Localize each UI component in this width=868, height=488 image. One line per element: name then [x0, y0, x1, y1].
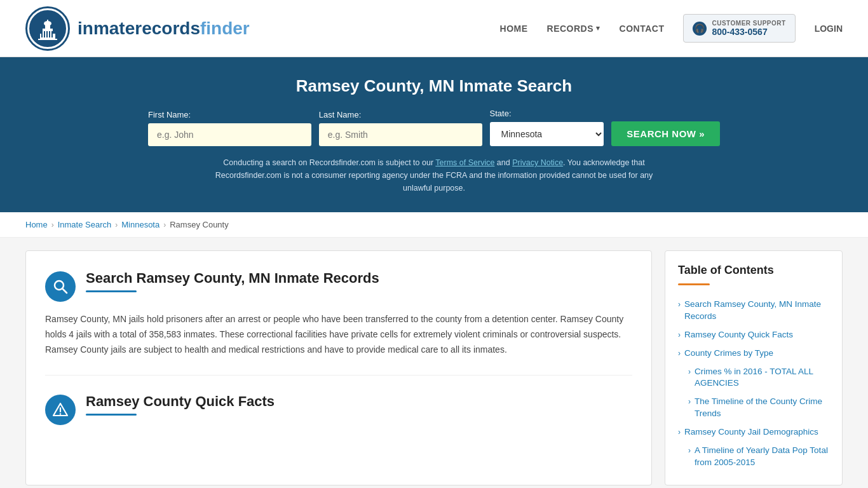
- first-name-label: First Name:: [148, 110, 311, 119]
- section-title-underline: [86, 290, 137, 292]
- breadcrumb: Home › Inmate Search › Minnesota › Ramse…: [0, 212, 868, 238]
- toc-underline: [678, 283, 710, 285]
- last-name-group: Last Name:: [319, 110, 482, 146]
- hero-section: Ramsey County, MN Inmate Search First Na…: [0, 57, 868, 212]
- section-divider: [45, 375, 632, 376]
- site-header: inmaterecordsfinder HOME RECORDS ▾ CONTA…: [0, 0, 868, 57]
- logo-icon: [25, 6, 70, 51]
- svg-rect-10: [38, 39, 57, 40]
- breadcrumb-sep-2: ›: [115, 220, 118, 229]
- last-name-input[interactable]: [319, 123, 482, 146]
- svg-rect-6: [44, 31, 45, 37]
- toc-item-1[interactable]: › Ramsey County Quick Facts: [678, 326, 829, 344]
- toc-item-6[interactable]: › A Timeline of Yearly Data Pop Total fr…: [678, 442, 829, 472]
- svg-point-16: [60, 414, 61, 415]
- breadcrumb-sep-1: ›: [51, 220, 54, 229]
- chevron-icon-4: ›: [688, 397, 691, 406]
- toc-item-0[interactable]: › Search Ramsey County, MN Inmate Record…: [678, 295, 829, 326]
- toc-link-2[interactable]: County Crimes by Type: [684, 348, 773, 360]
- nav-contact[interactable]: CONTACT: [620, 24, 665, 34]
- chevron-icon-2: ›: [678, 349, 681, 358]
- section-search-body: Ramsey County, MN jails hold prisoners a…: [45, 312, 632, 357]
- login-button[interactable]: LOGIN: [815, 24, 843, 34]
- first-name-input[interactable]: [148, 123, 311, 146]
- toc-link-6[interactable]: A Timeline of Yearly Data Pop Total from…: [695, 445, 829, 469]
- svg-line-13: [63, 289, 67, 294]
- nav-home[interactable]: HOME: [500, 24, 528, 34]
- toc-item-3[interactable]: › Crimes % in 2016 - TOTAL ALL AGENCIES: [678, 363, 829, 393]
- search-form: First Name: Last Name: State: Minnesota …: [148, 109, 720, 146]
- toc-link-5[interactable]: Ramsey County Jail Demographics: [684, 426, 818, 438]
- svg-rect-5: [41, 31, 43, 37]
- section-search-title: Search Ramsey County, MN Inmate Records: [86, 270, 379, 287]
- headset-icon: 🎧: [693, 22, 707, 36]
- section-quickfacts-title-area: Ramsey County Quick Facts: [86, 393, 275, 416]
- breadcrumb-minnesota[interactable]: Minnesota: [121, 220, 159, 229]
- support-text: CUSTOMER SUPPORT 800-433-0567: [712, 20, 785, 37]
- table-of-contents: Table of Contents › Search Ramsey County…: [665, 250, 843, 485]
- breadcrumb-inmate-search[interactable]: Inmate Search: [58, 220, 112, 229]
- chevron-icon-5: ›: [678, 428, 681, 437]
- chevron-icon-1: ›: [678, 330, 681, 339]
- chevron-icon-3: ›: [688, 367, 691, 376]
- chevron-icon-0: ›: [678, 300, 681, 309]
- hero-disclaimer: Conducting a search on Recordsfinder.com…: [205, 156, 663, 194]
- toc-item-4[interactable]: › The Timeline of the County Crime Trend…: [678, 393, 829, 423]
- section-quickfacts-underline: [86, 414, 137, 416]
- toc-link-4[interactable]: The Timeline of the County Crime Trends: [695, 396, 829, 420]
- toc-title: Table of Contents: [678, 264, 829, 277]
- logo-text: inmaterecordsfinder: [78, 18, 250, 39]
- logo-area: inmaterecordsfinder: [25, 6, 250, 51]
- search-now-button[interactable]: SEARCH NOW »: [611, 121, 720, 146]
- toc-link-3[interactable]: Crimes % in 2016 - TOTAL ALL AGENCIES: [695, 366, 829, 390]
- first-name-group: First Name:: [148, 110, 311, 146]
- breadcrumb-current: Ramsey County: [170, 220, 228, 229]
- last-name-label: Last Name:: [319, 110, 482, 119]
- hero-title: Ramsey County, MN Inmate Search: [25, 76, 843, 96]
- state-group: State: Minnesota: [490, 109, 604, 146]
- svg-rect-8: [49, 31, 50, 37]
- toc-item-2[interactable]: › County Crimes by Type: [678, 344, 829, 363]
- toc-link-1[interactable]: Ramsey County Quick Facts: [684, 329, 793, 341]
- section-search-title-area: Search Ramsey County, MN Inmate Records: [86, 270, 379, 292]
- main-nav: HOME RECORDS ▾ CONTACT 🎧 CUSTOMER SUPPOR…: [500, 14, 843, 43]
- sidebar: Table of Contents › Search Ramsey County…: [665, 250, 843, 485]
- toc-link-0[interactable]: Search Ramsey County, MN Inmate Records: [684, 299, 829, 323]
- search-section-icon: [45, 271, 76, 302]
- alert-section-icon: [45, 395, 76, 425]
- svg-point-11: [44, 21, 51, 26]
- tos-link[interactable]: Terms of Service: [435, 158, 494, 167]
- section-quickfacts-title: Ramsey County Quick Facts: [86, 393, 275, 410]
- chevron-icon-6: ›: [688, 446, 691, 455]
- svg-rect-9: [51, 31, 53, 37]
- section-search-header: Search Ramsey County, MN Inmate Records: [45, 270, 632, 302]
- nav-records[interactable]: RECORDS ▾: [547, 24, 600, 34]
- content-area: Search Ramsey County, MN Inmate Records …: [25, 250, 652, 485]
- breadcrumb-home[interactable]: Home: [25, 220, 48, 229]
- state-select[interactable]: Minnesota: [490, 122, 604, 146]
- toc-item-5[interactable]: › Ramsey County Jail Demographics: [678, 423, 829, 442]
- main-content: Search Ramsey County, MN Inmate Records …: [0, 238, 868, 488]
- privacy-link[interactable]: Privacy Notice: [512, 158, 563, 167]
- breadcrumb-sep-3: ›: [163, 220, 166, 229]
- svg-rect-7: [46, 31, 48, 37]
- customer-support-box[interactable]: 🎧 CUSTOMER SUPPORT 800-433-0567: [683, 14, 795, 43]
- state-label: State:: [490, 109, 604, 118]
- section-quickfacts-header: Ramsey County Quick Facts: [45, 393, 632, 425]
